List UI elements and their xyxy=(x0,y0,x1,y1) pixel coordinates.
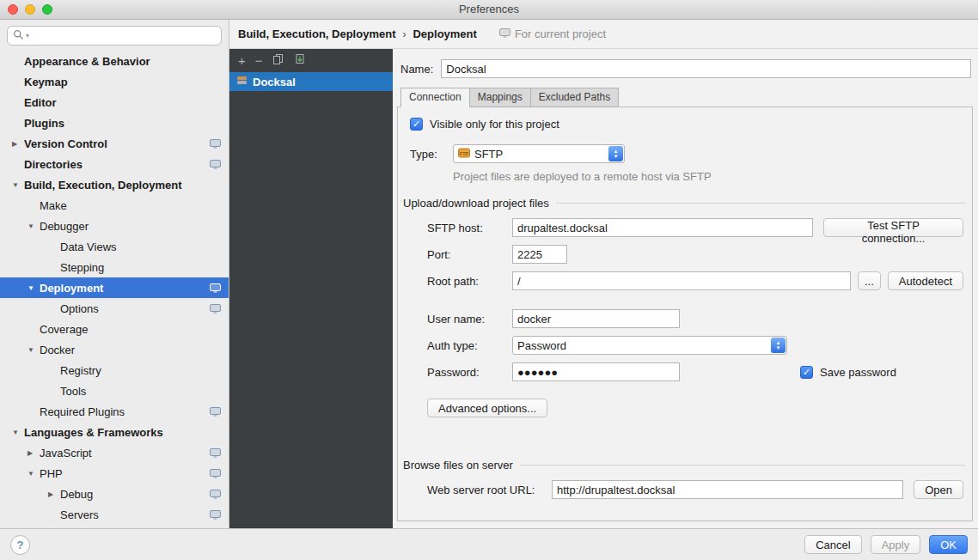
close-button[interactable] xyxy=(8,4,18,15)
visible-only-checkbox[interactable]: ✓ xyxy=(410,118,423,131)
user-name-input[interactable] xyxy=(512,309,680,328)
sidebar-item-debug[interactable]: ▶ Debug xyxy=(0,484,229,504)
server-list-toolbar: + − xyxy=(229,49,393,72)
autodetect-button[interactable]: Autodetect xyxy=(888,271,963,290)
chevron-down-icon[interactable]: ▼ xyxy=(26,470,40,478)
sidebar-item-data-views[interactable]: Data Views xyxy=(0,236,229,257)
for-current-project-label: For current project xyxy=(515,27,606,40)
tab-excluded-paths[interactable]: Excluded Paths xyxy=(530,88,619,107)
chevron-down-icon[interactable]: ▼ xyxy=(26,284,40,292)
auth-type-selected-value: Password xyxy=(517,339,566,352)
sftp-host-input[interactable] xyxy=(512,218,813,237)
chevron-down-icon[interactable]: ▼ xyxy=(10,181,24,189)
port-label: Port: xyxy=(427,248,512,261)
chevron-down-icon[interactable]: ▼ xyxy=(26,346,40,354)
sidebar-item-label: Stepping xyxy=(60,261,104,274)
dialog-footer: ? Cancel Apply OK xyxy=(0,528,978,560)
apply-button[interactable]: Apply xyxy=(871,535,921,554)
chevron-right-icon[interactable]: ▶ xyxy=(26,449,40,457)
sidebar-item-options[interactable]: Options xyxy=(0,298,229,319)
type-selected-value: SFTP xyxy=(474,148,503,161)
project-settings-icon xyxy=(210,304,221,313)
sidebar-item-editor[interactable]: Editor xyxy=(0,92,229,113)
settings-search-input[interactable]: ▾ xyxy=(7,26,222,46)
sidebar-item-tools[interactable]: Tools xyxy=(0,380,229,401)
sidebar-item-label: Appearance & Behavior xyxy=(24,55,150,68)
ok-button[interactable]: OK xyxy=(929,535,968,554)
auth-type-select[interactable]: Password ▴ ▾ xyxy=(512,336,787,355)
import-server-icon[interactable] xyxy=(294,53,306,68)
visible-only-label: Visible only for this project xyxy=(430,118,559,131)
sidebar-item-javascript[interactable]: ▶ JavaScript xyxy=(0,442,229,463)
chevron-right-icon[interactable]: ▶ xyxy=(10,140,24,148)
type-label: Type: xyxy=(410,148,453,161)
root-path-input[interactable] xyxy=(512,271,851,290)
dropdown-stepper-icon[interactable]: ▴ ▾ xyxy=(608,146,623,161)
project-settings-icon xyxy=(210,448,221,458)
browse-files-section-header: Browse files on server xyxy=(403,459,965,472)
auth-type-label: Auth type: xyxy=(427,339,512,352)
tab-connection[interactable]: Connection xyxy=(400,88,470,107)
sidebar-item-deployment[interactable]: ▼ Deployment xyxy=(0,277,229,298)
chevron-right-icon[interactable]: ▶ xyxy=(46,490,60,498)
tab-mappings[interactable]: Mappings xyxy=(469,88,531,107)
search-history-chevron-icon[interactable]: ▾ xyxy=(26,32,29,40)
sidebar-item-build-execution-deployment[interactable]: ▼ Build, Execution, Deployment xyxy=(0,174,229,195)
sidebar-item-make[interactable]: Make xyxy=(0,195,229,216)
sidebar-item-label: Directories xyxy=(24,158,83,171)
sidebar-item-directories[interactable]: Directories xyxy=(0,154,229,174)
name-input[interactable] xyxy=(441,59,971,78)
sidebar-item-appearance-behavior[interactable]: Appearance & Behavior xyxy=(0,51,229,71)
sidebar-item-plugins[interactable]: Plugins xyxy=(0,113,229,133)
breadcrumb-separator-icon: › xyxy=(402,28,406,40)
cancel-button[interactable]: Cancel xyxy=(804,535,861,554)
type-select[interactable]: FTP SFTP ▴ ▾ xyxy=(453,144,625,163)
help-button[interactable]: ? xyxy=(10,535,30,555)
open-button[interactable]: Open xyxy=(914,480,963,499)
test-sftp-connection-button[interactable]: Test SFTP connection... xyxy=(823,218,963,237)
sidebar-item-registry[interactable]: Registry xyxy=(0,360,229,380)
save-password-checkbox[interactable]: ✓ xyxy=(800,366,813,379)
zoom-button[interactable] xyxy=(42,4,52,15)
breadcrumb: Build, Execution, Deployment › Deploymen… xyxy=(229,20,978,49)
sidebar-item-php[interactable]: ▼ PHP xyxy=(0,463,229,484)
sidebar-item-required-plugins[interactable]: Required Plugins xyxy=(0,401,229,422)
sidebar-item-label: Keymap xyxy=(24,76,68,88)
copy-server-icon[interactable] xyxy=(272,53,284,68)
connection-tab-content: ✓ Visible only for this project Type: xyxy=(397,107,973,521)
port-input[interactable] xyxy=(512,245,567,264)
sidebar-item-label: Make xyxy=(40,199,67,212)
minimize-button[interactable] xyxy=(25,4,35,15)
sidebar-item-docker[interactable]: ▼ Docker xyxy=(0,339,229,360)
name-label: Name: xyxy=(400,63,433,76)
sidebar-item-stepping[interactable]: Stepping xyxy=(0,257,229,277)
titlebar: Preferences xyxy=(0,0,978,20)
save-password-label: Save password xyxy=(820,366,896,379)
deployment-servers-panel: + − xyxy=(229,49,393,528)
browse-root-path-button[interactable]: ... xyxy=(858,271,881,290)
sidebar-item-label: JavaScript xyxy=(40,447,92,460)
add-server-icon[interactable]: + xyxy=(238,54,246,67)
sidebar-item-label: Tools xyxy=(60,385,86,398)
password-input[interactable] xyxy=(512,362,680,381)
chevron-down-icon[interactable]: ▼ xyxy=(26,222,40,230)
deployment-config-panel: Name: Connection Mappings Excluded Paths… xyxy=(393,49,978,528)
sidebar-item-keymap[interactable]: Keymap xyxy=(0,71,229,92)
sidebar-item-coverage[interactable]: Coverage xyxy=(0,319,229,339)
sidebar-item-version-control[interactable]: ▶ Version Control xyxy=(0,133,229,154)
remove-server-icon[interactable]: − xyxy=(255,54,263,67)
advanced-options-button[interactable]: Advanced options... xyxy=(427,399,547,417)
breadcrumb-deployment[interactable]: Deployment xyxy=(413,27,476,40)
breadcrumb-build-execution-deployment[interactable]: Build, Execution, Deployment xyxy=(238,27,395,40)
sidebar-item-label: Debug xyxy=(60,488,93,501)
dropdown-stepper-icon[interactable]: ▴ ▾ xyxy=(771,338,785,353)
sidebar-item-label: Editor xyxy=(24,96,57,109)
server-name: Docksal xyxy=(253,76,296,88)
chevron-down-icon[interactable]: ▼ xyxy=(10,429,24,436)
server-list-item-docksal[interactable]: Docksal xyxy=(229,72,393,91)
sidebar-item-languages-frameworks[interactable]: ▼ Languages & Frameworks xyxy=(0,422,229,442)
web-server-root-url-input[interactable] xyxy=(552,480,903,499)
sidebar-item-debugger[interactable]: ▼ Debugger xyxy=(0,216,229,236)
checkmark-icon: ✓ xyxy=(803,368,810,377)
sidebar-item-servers[interactable]: Servers xyxy=(0,504,229,525)
